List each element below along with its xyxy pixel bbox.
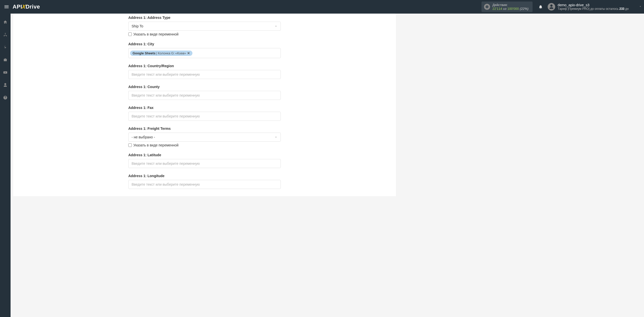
chevron-down-icon (274, 25, 277, 28)
briefcase-icon (3, 58, 8, 62)
input-fax[interactable] (128, 112, 281, 121)
input-county[interactable] (128, 91, 281, 100)
input-longitude[interactable] (128, 180, 281, 189)
pill-remove[interactable]: ✕ (187, 51, 190, 55)
logo[interactable]: API X Drive (13, 4, 40, 10)
sidebar-item-billing[interactable] (0, 44, 11, 51)
sidebar (0, 14, 11, 196)
form-card: Address 1: Address Type Ship To Указать … (13, 14, 396, 196)
field-fax: Address 1: Fax (128, 106, 281, 121)
field-country: Address 1: Country/Region (128, 64, 281, 79)
menu-button[interactable] (2, 2, 11, 11)
sitemap-icon (3, 32, 8, 37)
checkbox-address-type-variable[interactable]: Указать в виде переменной (128, 32, 281, 36)
sidebar-item-home[interactable] (0, 19, 11, 26)
label-city: Address 1: City (128, 42, 281, 46)
input-latitude[interactable] (128, 159, 281, 168)
label-longitude: Address 1: Longitude (128, 174, 281, 178)
field-longitude: Address 1: Longitude (128, 174, 281, 189)
sidebar-item-video[interactable] (0, 69, 11, 76)
chevron-down-icon (274, 136, 277, 139)
checkbox-freight-variable[interactable]: Указать в виде переменной (128, 143, 281, 147)
sidebar-item-connections[interactable] (0, 31, 11, 38)
select-value: Ship To (132, 24, 143, 28)
youtube-icon (3, 70, 8, 75)
label-county: Address 1: County (128, 85, 281, 89)
field-address-type: Address 1: Address Type Ship To Указать … (128, 16, 281, 36)
logo-text-post: Drive (25, 4, 40, 10)
label-country: Address 1: Country/Region (128, 64, 281, 68)
select-value: - не выбрано - (132, 135, 155, 139)
field-county: Address 1: County (128, 85, 281, 100)
field-city: Address 1: City Google Sheets | Колонка … (128, 42, 281, 58)
select-freight[interactable]: - не выбрано - (128, 133, 281, 142)
field-freight: Address 1: Freight Terms - не выбрано - … (128, 127, 281, 147)
sidebar-item-help[interactable] (0, 94, 11, 101)
user-icon (3, 83, 8, 87)
field-latitude: Address 1: Latitude (128, 153, 281, 168)
sidebar-item-profile[interactable] (0, 82, 11, 89)
help-icon (3, 95, 8, 100)
sidebar-item-briefcase[interactable] (0, 56, 11, 63)
label-latitude: Address 1: Latitude (128, 153, 281, 157)
input-country[interactable] (128, 70, 281, 79)
label-freight: Address 1: Freight Terms (128, 127, 281, 131)
input-city[interactable]: Google Sheets | Колонка G: «Киев» ✕ (128, 48, 281, 58)
logo-text-pre: API (13, 4, 22, 10)
checkbox-input[interactable] (128, 143, 132, 147)
label-address-type: Address 1: Address Type (128, 16, 281, 20)
select-address-type[interactable]: Ship To (128, 22, 281, 31)
hamburger-icon (4, 4, 9, 10)
topbar: API X Drive Действия: 22'114 из 100'000 … (0, 0, 398, 14)
home-icon (3, 20, 8, 24)
label-fax: Address 1: Fax (128, 106, 281, 110)
pill-city: Google Sheets | Колонка G: «Киев» ✕ (130, 51, 192, 56)
checkbox-input[interactable] (128, 32, 132, 36)
page-content: Address 1: Address Type Ship To Указать … (11, 14, 398, 196)
dollar-icon (3, 45, 8, 50)
